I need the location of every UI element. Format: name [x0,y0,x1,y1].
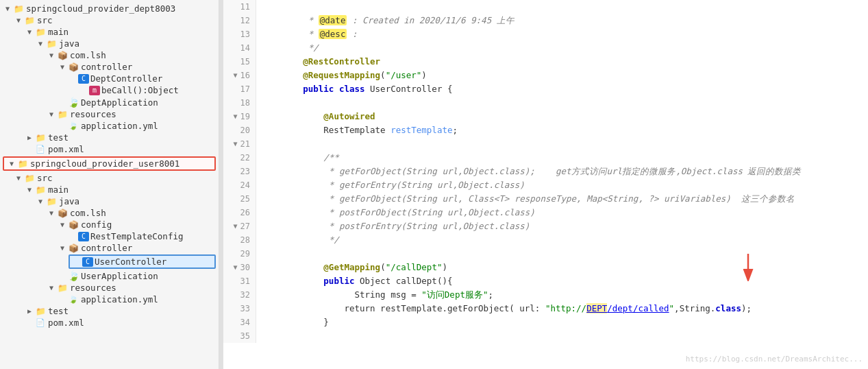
line-num-16: ▼16 [229,69,250,82]
tree-item-java2[interactable]: ▼ 📁 java [0,195,219,207]
line-num-19: ▼19 [229,110,250,123]
line-num-27: ▼27 [229,219,250,233]
arrow-comlsh1: ▼ [47,51,56,59]
tree-item-src1[interactable]: ▼ 📁 src [0,14,219,26]
arrow-dept8003: ▼ [3,5,12,12]
tree-item-config[interactable]: ▼ 📦 config [0,219,219,230]
tree-item-resources2[interactable]: ▼ 📁 resources [0,282,219,294]
label-deptapp: DeptApplication [79,97,219,108]
tree-item-userapp[interactable]: ▶ 🍃 UserApplication [0,270,219,282]
label-becall: beCall():Object [100,85,219,95]
line-num-30: ▼30 [229,261,250,274]
line-num-14: 14 [229,41,250,55]
arrow-appyml2: ▶ [58,296,67,303]
label-resources2: resources [69,283,219,293]
arrow-main2: ▼ [25,186,34,193]
line-num-22: 22 [229,151,250,165]
folder-icon-src2: 📁 [23,174,36,183]
tree-item-usercontroller[interactable]: ▶ C UserController [70,256,214,267]
tree-item-src2[interactable]: ▼ 📁 src [0,172,219,184]
tree-item-test2[interactable]: ▶ 📁 test [0,305,219,317]
tree-item-deptapp[interactable]: ▶ 🍃 DeptApplication [0,96,219,108]
label-comlsh1: com.lsh [69,50,219,60]
tree-item-controller2[interactable]: ▼ 📦 controller [0,242,219,254]
folder-icon-test1: 📁 [34,133,47,143]
arrow-java1: ▼ [36,40,45,47]
tree-item-comlsh1[interactable]: ▼ 📦 com.lsh [0,49,219,61]
line-num-13: 13 [229,27,250,41]
arrow-usercontroller: ▶ [73,258,82,265]
watermark: https://blog.csdn.net/DreamsArchitec... [686,355,863,364]
arrow-resources2: ▼ [47,284,56,291]
label-pomxml1: pom.xml [47,144,219,154]
app-icon-deptapp: 🍃 [67,97,79,108]
code-line-29: @GetMapping("/callDept") [262,247,868,261]
label-resources1: resources [69,109,219,119]
arrow-test1: ▶ [25,134,34,141]
class-icon-deptcontroller: C [78,74,89,84]
tree-item-pomxml1[interactable]: ▶ 📄 pom.xml [0,143,219,155]
tree-item-test1[interactable]: ▶ 📁 test [0,132,219,143]
code-line-28 [262,233,868,247]
folder-icon-main1: 📁 [34,27,47,37]
arrow-test2: ▶ [25,307,34,315]
arrow-svg [738,254,758,281]
tree-item-appyml2[interactable]: ▶ 🍃 application.yml [0,294,219,305]
package-icon-config: 📦 [67,220,79,230]
arrow-src1: ▼ [14,16,23,24]
folder-icon-test2: 📁 [34,307,47,316]
tree-item-main2[interactable]: ▼ 📁 main [0,184,219,195]
label-pomxml2: pom.xml [47,318,219,328]
label-main2: main [47,184,219,195]
code-line-34 [262,316,868,329]
tree-item-appyml1[interactable]: ▶ 🍃 application.yml [0,120,219,132]
line-num-11: 11 [229,0,250,14]
arrow-resttemplate: ▶ [69,233,78,240]
code-line-14: @RestController [262,41,868,55]
label-user8001: springcloud_provider_user8001 [29,158,214,169]
class-icon-resttemplate: C [78,232,89,241]
line-num-33: 33 [229,302,250,316]
line-num-35: 35 [229,329,250,343]
tree-item-main1[interactable]: ▼ 📁 main [0,26,219,38]
code-area: 11 12 13 14 15 ▼16 17 18 ▼19 20 ▼21 22 2… [223,0,868,343]
tree-item-dept8003[interactable]: ▼ 📁 springcloud_provider_dept8003 [0,3,219,14]
line-num-17: 17 [229,82,250,96]
tree-item-pomxml2[interactable]: ▶ 📄 pom.xml [0,317,219,329]
code-editor-panel[interactable]: 11 12 13 14 15 ▼16 17 18 ▼19 20 ▼21 22 2… [223,0,868,369]
tree-item-resttemplate[interactable]: ▶ C RestTemplateConfig [0,230,219,242]
arrow-controller2: ▼ [58,244,67,252]
label-src2: src [36,173,219,183]
line-num-21: ▼21 [229,137,250,151]
arrow-src2: ▼ [14,174,23,182]
package-icon-controller2: 📦 [67,243,79,253]
label-java2: java [58,196,219,206]
tree-item-user8001[interactable]: ▼ 📁 springcloud_provider_user8001 [4,158,214,169]
line-num-20: 20 [229,123,250,137]
red-arrow-annotation [738,254,758,281]
tree-item-resources1[interactable]: ▼ 📁 resources [0,108,219,120]
arrow-userapp: ▶ [58,272,67,280]
app-icon-userapp: 🍃 [67,270,79,281]
tree-item-deptcontroller[interactable]: ▶ C DeptController [0,73,219,84]
folder-icon-java1: 📁 [45,39,58,49]
label-dept8003: springcloud_provider_dept8003 [25,3,219,14]
tree-item-controller1[interactable]: ▼ 📦 controller [0,61,219,73]
tree-item-java1[interactable]: ▼ 📁 java [0,38,219,49]
package-icon-comlsh2: 📦 [56,209,69,218]
xml-icon-pomxml1: 📄 [34,145,47,154]
arrow-appyml1: ▶ [58,122,67,130]
label-test1: test [47,132,219,143]
package-icon-comlsh1: 📦 [56,51,69,60]
arrow-controller1: ▼ [58,63,67,71]
label-controller1: controller [79,62,219,72]
arrow-main1: ▼ [25,28,34,36]
yml-icon-appyml2: 🍃 [67,295,79,304]
code-line-21: /** [262,137,868,151]
file-tree-panel[interactable]: ▼ 📁 springcloud_provider_dept8003 ▼ 📁 sr… [0,0,219,369]
line-num-15: 15 [229,55,250,69]
tree-item-comlsh2[interactable]: ▼ 📦 com.lsh [0,207,219,219]
tree-item-becall[interactable]: ▶ m beCall():Object [0,84,219,96]
arrow-comlsh2: ▼ [47,209,56,217]
code-line-35 [262,329,868,343]
